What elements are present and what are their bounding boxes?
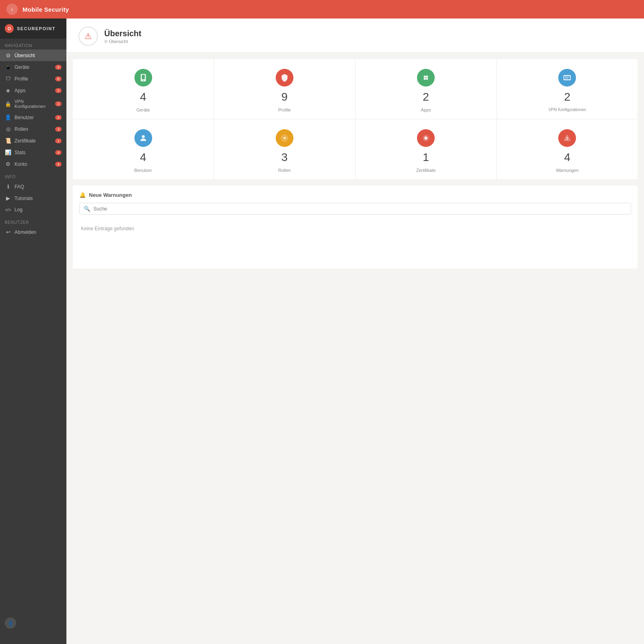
sidebar-label-geraete: Geräte bbox=[14, 64, 29, 70]
geraete-badge: 4 bbox=[55, 65, 62, 70]
svg-rect-8 bbox=[564, 76, 570, 79]
stat-card-rollen[interactable]: 3 Rollen bbox=[214, 120, 355, 179]
stat-number-rollen: 3 bbox=[281, 151, 288, 164]
sidebar-item-uebersicht[interactable]: ⊙ Übersicht bbox=[0, 50, 66, 61]
back-button[interactable]: ‹ bbox=[6, 4, 18, 15]
uebersicht-icon: ⊙ bbox=[5, 52, 11, 58]
stat-label-profile: Profile bbox=[278, 107, 291, 112]
sidebar-item-zertifikate[interactable]: 📜 Zertifikate 1 bbox=[0, 135, 66, 147]
search-input[interactable] bbox=[93, 206, 627, 212]
sidebar: O SECUREPOINT Navigation ⊙ Übersicht 📱 G… bbox=[0, 19, 66, 644]
sidebar-label-apps: Apps bbox=[14, 88, 25, 93]
search-bar: 🔍 bbox=[79, 203, 631, 215]
svg-point-18 bbox=[567, 139, 568, 140]
warnings-title-icon: 🔔 bbox=[79, 192, 86, 198]
sidebar-item-abmelden[interactable]: ↩ Abmelden bbox=[0, 226, 66, 238]
avatar-area: 👤 bbox=[0, 614, 66, 632]
svg-rect-10 bbox=[565, 78, 568, 78]
zertifikate-icon: 📜 bbox=[5, 138, 11, 144]
sidebar-logo: O SECUREPOINT bbox=[0, 19, 66, 39]
sidebar-item-konto[interactable]: ⚙ Konto 4 bbox=[0, 158, 66, 170]
sidebar-label-zertifikate: Zertifikate bbox=[14, 138, 36, 144]
stat-icon-zertifikate bbox=[417, 129, 435, 147]
stat-card-benutzer[interactable]: 4 Benutzer bbox=[73, 120, 213, 179]
sidebar-item-log[interactable]: </> Log bbox=[0, 204, 66, 215]
info-section-label: Info bbox=[0, 170, 66, 181]
stat-number-zertifikate: 1 bbox=[423, 151, 429, 164]
stat-card-zertifikate[interactable]: 1 Zertifikate bbox=[356, 120, 496, 179]
page-title: Übersicht bbox=[104, 29, 141, 38]
breadcrumb-text: Übersicht bbox=[109, 39, 128, 44]
geraete-icon: 📱 bbox=[5, 64, 11, 70]
sidebar-item-faq[interactable]: ℹ FAQ bbox=[0, 181, 66, 192]
benutzer-section-label: Benutzer bbox=[0, 215, 66, 226]
stat-label-apps: Apps bbox=[421, 107, 431, 112]
faq-icon: ℹ bbox=[5, 184, 11, 190]
no-entries-text: Keine Einträge gefunden bbox=[79, 219, 631, 238]
abmelden-icon: ↩ bbox=[5, 229, 11, 235]
svg-point-4 bbox=[426, 76, 428, 78]
warnings-title: 🔔 Neue Warnungen bbox=[79, 192, 631, 198]
zertifikate-badge: 1 bbox=[55, 138, 62, 143]
sidebar-item-apps[interactable]: ◈ Apps 2 bbox=[0, 85, 66, 96]
svg-rect-17 bbox=[567, 137, 568, 139]
sidebar-item-tutorials[interactable]: ▶ Tutorials bbox=[0, 192, 66, 204]
apps-icon: ◈ bbox=[5, 87, 11, 93]
warnings-title-text: Neue Warnungen bbox=[89, 192, 132, 198]
sidebar-item-stats[interactable]: 📊 Stats 4 bbox=[0, 147, 66, 158]
sidebar-label-faq: FAQ bbox=[14, 184, 24, 190]
svg-point-11 bbox=[142, 135, 144, 138]
stat-label-geraete: Geräte bbox=[136, 107, 150, 112]
profile-icon: 🛡 bbox=[5, 76, 11, 82]
sidebar-item-vpn[interactable]: 🔒 VPN Konfigurationen 2 bbox=[0, 96, 66, 111]
svg-point-2 bbox=[143, 80, 144, 80]
layout: O SECUREPOINT Navigation ⊙ Übersicht 📱 G… bbox=[0, 19, 644, 644]
vpn-icon: 🔒 bbox=[5, 101, 11, 107]
sidebar-label-rollen: Rollen bbox=[14, 126, 28, 132]
svg-point-16 bbox=[424, 136, 427, 139]
warnings-section: 🔔 Neue Warnungen 🔍 Keine Einträge gefund… bbox=[73, 186, 638, 268]
sidebar-label-konto: Konto bbox=[14, 161, 27, 167]
vpn-badge: 2 bbox=[55, 101, 62, 106]
benutzer-badge: 4 bbox=[55, 115, 62, 120]
stat-card-warnungen[interactable]: 4 Warnungen bbox=[497, 120, 638, 179]
breadcrumb: ⊙ Übersicht bbox=[104, 39, 141, 44]
stats-icon: 📊 bbox=[5, 149, 11, 155]
stat-label-warnungen: Warnungen bbox=[556, 168, 578, 173]
stat-card-profile[interactable]: 9 Profile bbox=[214, 59, 355, 119]
sidebar-label-abmelden: Abmelden bbox=[14, 229, 36, 235]
konto-icon: ⚙ bbox=[5, 161, 11, 167]
sidebar-item-geraete[interactable]: 📱 Geräte 4 bbox=[0, 61, 66, 73]
stats-grid: 4 Geräte 9 Profile 2 Apps bbox=[73, 59, 638, 119]
svg-point-6 bbox=[426, 78, 428, 80]
stat-icon-profile bbox=[276, 69, 293, 87]
stat-icon-geraete bbox=[134, 69, 152, 87]
avatar: 👤 bbox=[5, 617, 16, 629]
sidebar-label-stats: Stats bbox=[14, 150, 25, 155]
stat-label-zertifikate: Zertifikate bbox=[416, 168, 436, 173]
stat-card-vpn[interactable]: 2 VPN Konfigurationen bbox=[497, 59, 638, 119]
sidebar-item-benutzer[interactable]: 👤 Benutzer 4 bbox=[0, 111, 66, 123]
sidebar-label-vpn: VPN Konfigurationen bbox=[14, 99, 52, 109]
sidebar-item-profile[interactable]: 🛡 Profile 8 bbox=[0, 73, 66, 85]
stat-card-apps[interactable]: 2 Apps bbox=[356, 59, 496, 119]
log-icon: </> bbox=[5, 208, 11, 212]
stats-grid-row2: 4 Benutzer 3 Rollen 1 Zertifikate bbox=[73, 120, 638, 179]
page-header-section: ⚠ Übersicht ⊙ Übersicht bbox=[66, 19, 644, 53]
sidebar-item-rollen[interactable]: ◎ Rollen 3 bbox=[0, 123, 66, 135]
main-content: ⚠ Übersicht ⊙ Übersicht 4 Geräte bbox=[66, 19, 644, 644]
overview-warning-icon: ⚠ bbox=[85, 31, 92, 41]
stat-icon-rollen bbox=[276, 129, 293, 147]
page-header-icon: ⚠ bbox=[78, 27, 98, 46]
sidebar-label-tutorials: Tutorials bbox=[14, 196, 33, 201]
logo-text: SECUREPOINT bbox=[17, 26, 56, 31]
stat-card-geraete[interactable]: 4 Geräte bbox=[73, 59, 213, 119]
stat-number-profile: 9 bbox=[281, 91, 288, 103]
stat-number-vpn: 2 bbox=[564, 91, 571, 103]
stat-label-vpn: VPN Konfigurationen bbox=[549, 107, 586, 112]
stat-number-benutzer: 4 bbox=[140, 151, 147, 164]
svg-rect-9 bbox=[565, 77, 570, 77]
sidebar-label-log: Log bbox=[14, 207, 23, 213]
page-header-text: Übersicht ⊙ Übersicht bbox=[104, 29, 141, 44]
sidebar-label-benutzer: Benutzer bbox=[14, 115, 34, 120]
